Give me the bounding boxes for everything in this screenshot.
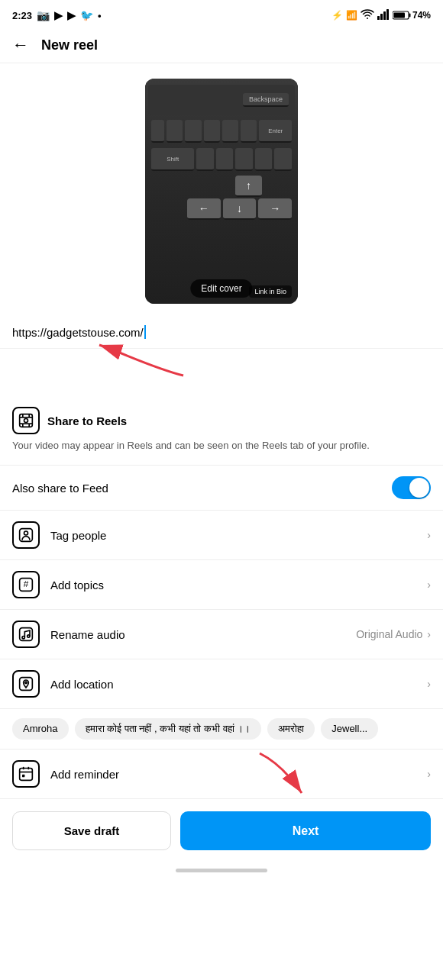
- rename-audio-right: Original Audio ›: [356, 628, 431, 640]
- home-bar: [176, 869, 267, 872]
- svg-point-17: [24, 531, 28, 535]
- url-value[interactable]: https://gadgetstouse.com/: [12, 326, 144, 339]
- audio-value: Original Audio: [356, 628, 422, 640]
- dot-icon: •: [98, 10, 102, 21]
- header: ← New reel: [0, 27, 443, 63]
- svg-rect-20: [20, 628, 33, 641]
- arrow-annotation: [0, 349, 443, 395]
- svg-rect-3: [386, 9, 389, 20]
- tag-people-right: ›: [427, 529, 431, 541]
- share-to-reels-section: Share to Reels Your video may appear in …: [0, 395, 443, 466]
- section-header: Share to Reels: [12, 407, 431, 434]
- menu-row-left: Add location: [12, 670, 114, 698]
- thumbnail-area: Backspace Enter Shift: [0, 63, 443, 316]
- add-location-row[interactable]: Add location ›: [0, 659, 443, 709]
- svg-point-9: [24, 419, 28, 423]
- tag-people-icon: [12, 521, 40, 549]
- link-in-bio-label: Link in Bio: [249, 285, 292, 298]
- signal-bars-icon: [377, 9, 390, 22]
- reminder-right: ›: [427, 768, 431, 780]
- toggle-knob: [409, 478, 429, 498]
- chevron-icon: ›: [427, 678, 431, 690]
- bluetooth-icon: ⚡: [331, 10, 343, 21]
- chevron-icon: ›: [427, 579, 431, 591]
- menu-row-left: Tag people: [12, 521, 106, 549]
- add-location-right: ›: [427, 678, 431, 690]
- svg-rect-29: [22, 775, 24, 777]
- save-draft-button[interactable]: Save draft: [12, 811, 171, 850]
- rename-audio-label: Rename audio: [50, 628, 125, 641]
- add-reminder-label: Add reminder: [50, 768, 119, 781]
- status-time: 2:23: [12, 10, 32, 21]
- chevron-icon: ›: [427, 628, 431, 640]
- keyboard-image: Backspace Enter Shift: [145, 79, 298, 304]
- video-thumbnail: Backspace Enter Shift: [145, 79, 298, 304]
- red-arrow-next: [244, 746, 321, 799]
- chip-jewell[interactable]: Jewell...: [321, 718, 378, 740]
- svg-point-24: [25, 682, 27, 684]
- battery-icon: 74%: [393, 10, 431, 21]
- reels-icon: [12, 407, 40, 434]
- reminder-icon: [12, 760, 40, 788]
- chip-amaroha[interactable]: अमरोहा: [267, 718, 315, 740]
- svg-rect-5: [409, 14, 410, 18]
- status-bar: 2:23 📷 ▶ ▶ 🐦 • ⚡ 📶: [0, 0, 443, 27]
- svg-rect-25: [20, 769, 33, 781]
- chevron-icon: ›: [427, 768, 431, 780]
- chevron-icon: ›: [427, 529, 431, 541]
- add-location-icon: [12, 670, 40, 698]
- add-topics-right: ›: [427, 579, 431, 591]
- section-description: Your video may appear in Reels and can b…: [12, 439, 431, 453]
- svg-rect-0: [377, 16, 380, 20]
- red-arrow-url: [61, 337, 214, 379]
- add-topics-row[interactable]: # Add topics ›: [0, 560, 443, 610]
- location-chips: Amroha हमारा कोई पता नहीं , कभी यहां तो …: [0, 709, 443, 750]
- instagram-icon: 📷: [37, 9, 50, 21]
- rename-audio-icon: [12, 621, 40, 648]
- tag-people-row[interactable]: Tag people ›: [0, 511, 443, 560]
- svg-rect-8: [20, 414, 33, 427]
- youtube-icon: ▶: [54, 9, 63, 21]
- also-share-feed-row[interactable]: Also share to Feed: [0, 466, 443, 511]
- toggle-label: Also share to Feed: [12, 482, 108, 495]
- add-reminder-row[interactable]: Add reminder ›: [0, 750, 443, 799]
- home-indicator: [0, 862, 443, 882]
- add-topics-icon: #: [12, 571, 40, 598]
- feed-toggle[interactable]: [392, 476, 431, 499]
- twitter-icon: 🐦: [80, 9, 93, 21]
- add-topics-label: Add topics: [50, 579, 104, 592]
- rename-audio-row[interactable]: Rename audio Original Audio ›: [0, 610, 443, 659]
- signal-icon: 📶: [346, 10, 357, 21]
- chip-amroha[interactable]: Amroha: [12, 718, 69, 740]
- section-title: Share to Reels: [47, 414, 127, 427]
- status-icons: ⚡ 📶 74%: [331, 9, 431, 22]
- svg-text:#: #: [24, 579, 29, 589]
- svg-rect-2: [383, 11, 386, 20]
- menu-row-left: Rename audio: [12, 621, 125, 648]
- menu-row-left: Add reminder: [12, 760, 119, 788]
- edit-cover-button[interactable]: Edit cover: [190, 279, 252, 298]
- tag-people-label: Tag people: [50, 529, 106, 542]
- svg-rect-1: [380, 14, 383, 20]
- next-button[interactable]: Next: [180, 811, 431, 850]
- chip-hindi[interactable]: हमारा कोई पता नहीं , कभी यहां तो कभी वहा…: [75, 718, 262, 740]
- page-title: New reel: [41, 37, 98, 53]
- bottom-buttons: Save draft Next: [0, 799, 443, 862]
- youtube2-icon: ▶: [67, 9, 76, 21]
- back-button[interactable]: ←: [12, 35, 29, 55]
- add-location-label: Add location: [50, 678, 114, 691]
- battery-percent: 74%: [412, 10, 431, 21]
- wifi-icon: [361, 9, 374, 22]
- svg-rect-6: [393, 13, 405, 18]
- menu-row-left: # Add topics: [12, 571, 104, 598]
